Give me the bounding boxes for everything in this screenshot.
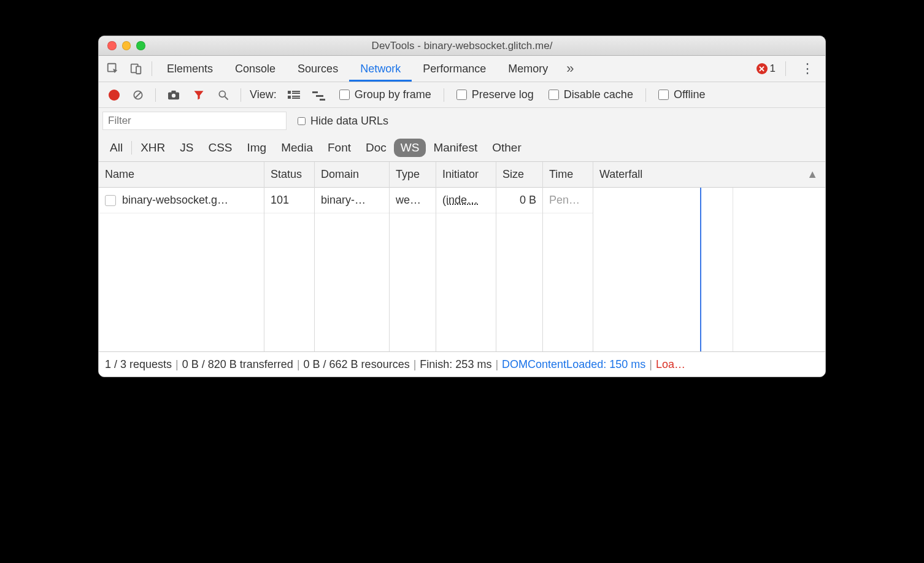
type-manifest[interactable]: Manifest xyxy=(426,139,485,157)
request-type-filters: All XHR JS CSS Img Media Font Doc WS Man… xyxy=(99,134,825,162)
type-all[interactable]: All xyxy=(102,139,130,157)
inspect-element-icon[interactable] xyxy=(101,58,125,79)
status-dcl: DOMContentLoaded: 150 ms xyxy=(502,358,645,371)
type-media[interactable]: Media xyxy=(274,139,320,157)
svg-rect-14 xyxy=(292,96,300,97)
requests-table: Name binary-websocket.g… Status 101 Doma… xyxy=(99,162,825,352)
col-status[interactable]: Status xyxy=(264,162,314,188)
network-toolbar: View: Group by frame Preserve log Disabl… xyxy=(99,82,825,108)
col-waterfall[interactable]: Waterfall ▲ xyxy=(593,162,825,188)
disable-cache-checkbox[interactable]: Disable cache xyxy=(542,88,639,101)
hide-data-urls-checkbox[interactable]: Hide data URLs xyxy=(298,115,388,128)
svg-point-7 xyxy=(172,93,175,97)
svg-rect-12 xyxy=(292,93,300,94)
cell-domain[interactable]: binary-… xyxy=(315,188,389,213)
type-img[interactable]: Img xyxy=(240,139,274,157)
error-icon: ✕ xyxy=(757,63,768,74)
col-time[interactable]: Time xyxy=(543,162,593,188)
type-font[interactable]: Font xyxy=(320,139,358,157)
status-resources: 0 B / 662 B resources xyxy=(304,358,410,371)
cell-initiator[interactable]: (inde… xyxy=(436,188,496,213)
filter-row: Hide data URLs xyxy=(99,108,825,134)
error-count: 1 xyxy=(770,63,776,75)
svg-rect-18 xyxy=(320,99,325,101)
table-row[interactable]: binary-websocket.g… xyxy=(99,188,264,213)
cell-size[interactable]: 0 B xyxy=(496,188,542,213)
type-js[interactable]: JS xyxy=(172,139,201,157)
filter-icon[interactable] xyxy=(188,86,210,104)
tab-performance[interactable]: Performance xyxy=(412,56,497,81)
cell-status[interactable]: 101 xyxy=(264,188,314,213)
view-label: View: xyxy=(247,88,280,101)
type-doc[interactable]: Doc xyxy=(358,139,394,157)
svg-rect-16 xyxy=(312,91,318,93)
svg-rect-15 xyxy=(292,98,300,99)
offline-checkbox[interactable]: Offline xyxy=(652,88,712,101)
svg-point-8 xyxy=(219,91,225,97)
filter-input[interactable] xyxy=(102,112,287,130)
titlebar: DevTools - binary-websocket.glitch.me/ xyxy=(99,36,825,56)
type-xhr[interactable]: XHR xyxy=(133,139,172,157)
error-badge[interactable]: ✕ 1 xyxy=(757,63,776,75)
svg-rect-11 xyxy=(292,91,300,92)
tab-sources[interactable]: Sources xyxy=(287,56,349,81)
window-title: DevTools - binary-websocket.glitch.me/ xyxy=(99,40,825,52)
panel-tabbar: Elements Console Sources Network Perform… xyxy=(99,56,825,82)
status-transferred: 0 B / 820 B transferred xyxy=(182,358,293,371)
waterfall-dcl-line xyxy=(700,188,701,351)
svg-rect-6 xyxy=(171,90,175,93)
svg-line-9 xyxy=(225,96,228,99)
svg-rect-10 xyxy=(288,91,291,94)
tab-elements[interactable]: Elements xyxy=(156,56,224,81)
svg-rect-13 xyxy=(288,96,291,99)
cell-type[interactable]: we… xyxy=(390,188,436,213)
col-name[interactable]: Name xyxy=(99,162,264,188)
waterfall-body[interactable] xyxy=(593,188,825,351)
large-rows-icon[interactable] xyxy=(283,87,305,103)
type-css[interactable]: CSS xyxy=(201,139,239,157)
group-by-frame-checkbox[interactable]: Group by frame xyxy=(333,88,437,101)
col-domain[interactable]: Domain xyxy=(315,162,389,188)
svg-rect-2 xyxy=(136,66,141,74)
type-ws[interactable]: WS xyxy=(394,139,426,157)
tab-console[interactable]: Console xyxy=(224,56,287,81)
cell-time[interactable]: Pen… xyxy=(543,188,593,213)
sort-asc-icon: ▲ xyxy=(807,168,818,181)
col-initiator[interactable]: Initiator xyxy=(436,162,496,188)
search-icon[interactable] xyxy=(212,86,234,104)
svg-line-4 xyxy=(135,92,141,98)
record-button[interactable] xyxy=(104,87,125,103)
col-size[interactable]: Size xyxy=(496,162,542,188)
preserve-log-checkbox[interactable]: Preserve log xyxy=(450,88,540,101)
col-type[interactable]: Type xyxy=(390,162,436,188)
devtools-window: DevTools - binary-websocket.glitch.me/ E… xyxy=(98,36,826,377)
svg-rect-17 xyxy=(316,95,323,97)
status-finish: Finish: 253 ms xyxy=(420,358,491,371)
status-requests: 1 / 3 requests xyxy=(105,358,172,371)
resource-icon xyxy=(105,195,116,206)
overview-icon[interactable] xyxy=(307,87,331,103)
tab-network[interactable]: Network xyxy=(349,56,412,82)
type-other[interactable]: Other xyxy=(485,139,529,157)
status-load: Loa… xyxy=(656,358,685,371)
tab-memory[interactable]: Memory xyxy=(497,56,559,81)
more-tabs-icon[interactable]: » xyxy=(559,61,581,77)
settings-menu-icon[interactable]: ⋮ xyxy=(796,61,819,77)
status-bar: 1 / 3 requests | 0 B / 820 B transferred… xyxy=(99,352,825,377)
device-toolbar-icon[interactable] xyxy=(125,58,148,79)
clear-icon[interactable] xyxy=(127,86,149,104)
screenshot-icon[interactable] xyxy=(162,87,185,103)
